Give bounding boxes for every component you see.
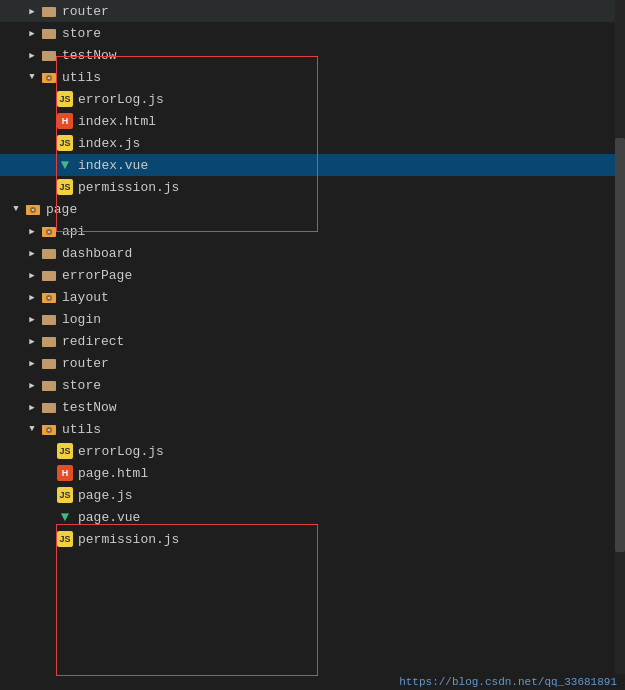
chevron-page bbox=[8, 201, 24, 217]
label-errorpage: errorPage bbox=[62, 268, 625, 283]
svg-rect-5 bbox=[42, 51, 48, 54]
folder-icon-utils-1 bbox=[40, 68, 58, 86]
label-errorlog-1: errorLog.js bbox=[78, 92, 625, 107]
label-permission-1: permission.js bbox=[78, 180, 625, 195]
tree-item-errorlog-1[interactable]: JS errorLog.js bbox=[0, 88, 625, 110]
folder-icon-api bbox=[40, 222, 58, 240]
tree-item-index-vue-1[interactable]: ▼ index.vue bbox=[0, 154, 625, 176]
file-tree: router store testNow bbox=[0, 0, 625, 690]
label-testnow-2: testNow bbox=[62, 400, 625, 415]
tree-item-testnow-2[interactable]: testNow bbox=[0, 396, 625, 418]
tree-item-redirect[interactable]: redirect bbox=[0, 330, 625, 352]
svg-rect-16 bbox=[42, 249, 48, 252]
label-utils-1: utils bbox=[62, 70, 625, 85]
tree-item-errorlog-2[interactable]: JS errorLog.js bbox=[0, 440, 625, 462]
chevron-redirect bbox=[24, 333, 40, 349]
folder-icon-dashboard bbox=[40, 244, 58, 262]
svg-rect-31 bbox=[42, 403, 48, 406]
label-page-js: page.js bbox=[78, 488, 625, 503]
tree-item-utils-2[interactable]: utils bbox=[0, 418, 625, 440]
js-icon-permission-2: JS bbox=[56, 530, 74, 548]
folder-icon-testnow-1 bbox=[40, 46, 58, 64]
chevron-testnow-1 bbox=[24, 47, 40, 63]
chevron-router-1 bbox=[24, 3, 40, 19]
html-icon-index-1: H bbox=[56, 112, 74, 130]
label-login: login bbox=[62, 312, 625, 327]
folder-icon-testnow-2 bbox=[40, 398, 58, 416]
folder-icon-errorpage bbox=[40, 266, 58, 284]
url-bar: https://blog.csdn.net/qq_33681891 bbox=[391, 674, 625, 690]
vue-icon-index-1: ▼ bbox=[56, 156, 74, 174]
svg-rect-10 bbox=[26, 205, 32, 208]
chevron-router-2 bbox=[24, 355, 40, 371]
chevron-layout bbox=[24, 289, 40, 305]
label-page: page bbox=[46, 202, 625, 217]
tree-item-permission-2[interactable]: JS permission.js bbox=[0, 528, 625, 550]
tree-item-login[interactable]: login bbox=[0, 308, 625, 330]
tree-item-utils-1[interactable]: utils bbox=[0, 66, 625, 88]
js-icon-permission-1: JS bbox=[56, 178, 74, 196]
tree-item-api[interactable]: api bbox=[0, 220, 625, 242]
chevron-login bbox=[24, 311, 40, 327]
chevron-errorpage bbox=[24, 267, 40, 283]
tree-item-dashboard[interactable]: dashboard bbox=[0, 242, 625, 264]
folder-icon-page bbox=[24, 200, 42, 218]
scrollbar-thumb[interactable] bbox=[615, 138, 625, 552]
url-text: https://blog.csdn.net/qq_33681891 bbox=[399, 676, 617, 688]
label-testnow-1: testNow bbox=[62, 48, 625, 63]
folder-icon-utils-2 bbox=[40, 420, 58, 438]
vue-icon-page: ▼ bbox=[56, 508, 74, 526]
scrollbar[interactable] bbox=[615, 0, 625, 690]
svg-rect-7 bbox=[42, 73, 48, 76]
tree-item-page-vue[interactable]: ▼ page.vue bbox=[0, 506, 625, 528]
label-index-vue-1: index.vue bbox=[78, 158, 625, 173]
label-page-vue: page.vue bbox=[78, 510, 625, 525]
tree-item-permission-1[interactable]: JS permission.js bbox=[0, 176, 625, 198]
tree-item-page-js[interactable]: JS page.js bbox=[0, 484, 625, 506]
tree-item-page-html[interactable]: H page.html bbox=[0, 462, 625, 484]
tree-item-page[interactable]: page bbox=[0, 198, 625, 220]
chevron-testnow-2 bbox=[24, 399, 40, 415]
label-page-html: page.html bbox=[78, 466, 625, 481]
tree-item-router-2[interactable]: router bbox=[0, 352, 625, 374]
tree-item-store-1[interactable]: store bbox=[0, 22, 625, 44]
folder-icon-store-1 bbox=[40, 24, 58, 42]
svg-rect-20 bbox=[42, 293, 48, 296]
chevron-store-2 bbox=[24, 377, 40, 393]
label-errorlog-2: errorLog.js bbox=[78, 444, 625, 459]
tree-item-store-2[interactable]: store bbox=[0, 374, 625, 396]
label-utils-2: utils bbox=[62, 422, 625, 437]
tree-content: router store testNow bbox=[0, 0, 625, 550]
chevron-store-1 bbox=[24, 25, 40, 41]
tree-item-index-html-1[interactable]: H index.html bbox=[0, 110, 625, 132]
tree-item-index-js-1[interactable]: JS index.js bbox=[0, 132, 625, 154]
svg-rect-13 bbox=[42, 227, 48, 230]
label-store-2: store bbox=[62, 378, 625, 393]
svg-rect-29 bbox=[42, 381, 48, 384]
tree-item-testnow-1[interactable]: testNow bbox=[0, 44, 625, 66]
chevron-dashboard bbox=[24, 245, 40, 261]
svg-rect-18 bbox=[42, 271, 48, 274]
tree-item-errorpage[interactable]: errorPage bbox=[0, 264, 625, 286]
html-icon-page: H bbox=[56, 464, 74, 482]
svg-rect-3 bbox=[42, 29, 48, 32]
folder-icon-router-2 bbox=[40, 354, 58, 372]
label-index-html-1: index.html bbox=[78, 114, 625, 129]
label-layout: layout bbox=[62, 290, 625, 305]
chevron-api bbox=[24, 223, 40, 239]
chevron-utils-2 bbox=[24, 421, 40, 437]
tree-item-router-1[interactable]: router bbox=[0, 0, 625, 22]
label-redirect: redirect bbox=[62, 334, 625, 349]
svg-rect-25 bbox=[42, 337, 48, 340]
js-icon-errorlog-1: JS bbox=[56, 90, 74, 108]
folder-icon-router-1 bbox=[40, 2, 58, 20]
label-permission-2: permission.js bbox=[78, 532, 625, 547]
svg-rect-23 bbox=[42, 315, 48, 318]
label-index-js-1: index.js bbox=[78, 136, 625, 151]
folder-icon-login bbox=[40, 310, 58, 328]
label-store-1: store bbox=[62, 26, 625, 41]
js-icon-page: JS bbox=[56, 486, 74, 504]
folder-icon-store-2 bbox=[40, 376, 58, 394]
folder-icon-redirect bbox=[40, 332, 58, 350]
tree-item-layout[interactable]: layout bbox=[0, 286, 625, 308]
